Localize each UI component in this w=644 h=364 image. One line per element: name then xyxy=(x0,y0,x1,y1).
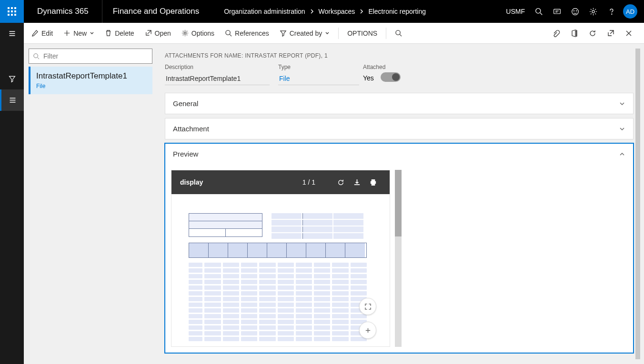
settings-button[interactable] xyxy=(584,0,602,23)
createdby-label: Created by xyxy=(290,30,322,37)
chevron-down-icon xyxy=(619,100,625,107)
office-button[interactable] xyxy=(566,26,583,41)
preview-section: Preview display 1 / 1 xyxy=(165,143,634,353)
divider xyxy=(338,28,339,39)
new-label: New xyxy=(73,30,87,37)
description-value[interactable]: IntrastatReportTemplate1 xyxy=(165,72,270,85)
list-item[interactable]: IntrastatReportTemplate1 File xyxy=(29,67,152,94)
print-button[interactable] xyxy=(365,178,381,187)
filter-rail-button[interactable] xyxy=(0,68,24,89)
attached-value: Yes xyxy=(363,74,374,82)
breadcrumb: Organization administration Workspaces E… xyxy=(210,8,426,15)
general-section-header[interactable]: General xyxy=(165,93,633,114)
breadcrumb-item[interactable]: Electronic reporting xyxy=(368,8,426,15)
options2-label: OPTIONS xyxy=(347,30,377,37)
general-section: General xyxy=(165,93,634,114)
pdf-viewer: display 1 / 1 xyxy=(171,170,390,347)
pdf-page-content xyxy=(171,194,390,346)
legal-entity-label[interactable]: USMF xyxy=(501,8,530,15)
svg-point-13 xyxy=(576,10,577,11)
delete-button[interactable]: Delete xyxy=(100,26,139,41)
messages-button[interactable] xyxy=(548,0,566,23)
attach-button[interactable] xyxy=(548,26,565,41)
attached-label: Attached xyxy=(363,64,401,70)
svg-rect-7 xyxy=(11,14,13,16)
breadcrumb-item[interactable]: Organization administration xyxy=(224,8,305,15)
chevron-right-icon xyxy=(359,9,364,14)
left-navigation-rail xyxy=(0,23,24,364)
general-title: General xyxy=(173,99,198,108)
brand-label: Dynamics 365 xyxy=(24,0,102,23)
createdby-button[interactable]: Created by xyxy=(275,26,334,41)
action-pane: Edit New Delete Open Options References … xyxy=(24,23,644,44)
attachment-title: Attachment xyxy=(173,125,209,133)
svg-rect-10 xyxy=(553,9,560,13)
close-button[interactable] xyxy=(620,26,637,41)
options-label: Options xyxy=(191,30,214,37)
open-label: Open xyxy=(155,30,171,37)
svg-point-11 xyxy=(572,8,578,15)
app-launcher-button[interactable] xyxy=(0,0,24,23)
svg-point-15 xyxy=(611,13,612,14)
filter-box[interactable] xyxy=(29,49,152,64)
attachment-section: Attachment xyxy=(165,118,634,139)
delete-label: Delete xyxy=(115,30,134,37)
chevron-up-icon xyxy=(619,151,625,157)
edit-button[interactable]: Edit xyxy=(27,26,58,41)
svg-point-9 xyxy=(535,8,540,13)
open-button[interactable]: Open xyxy=(140,26,176,41)
svg-rect-1 xyxy=(11,7,13,9)
list-item-name: IntrastatReportTemplate1 xyxy=(36,71,147,81)
find-button[interactable] xyxy=(390,26,407,41)
chevron-down-icon xyxy=(325,31,330,36)
detail-header: ATTACHMENTS FOR NAME: INTRASTAT REPORT (… xyxy=(165,52,634,59)
svg-point-19 xyxy=(34,54,38,58)
svg-point-17 xyxy=(226,30,230,35)
attachment-section-header[interactable]: Attachment xyxy=(165,118,633,139)
filter-input[interactable] xyxy=(43,52,148,60)
preview-title: Preview xyxy=(173,150,198,158)
feedback-button[interactable] xyxy=(566,0,584,23)
menu-toggle-button[interactable] xyxy=(0,23,24,44)
references-button[interactable]: References xyxy=(220,26,274,41)
type-value[interactable]: File xyxy=(278,72,359,85)
chevron-right-icon xyxy=(309,9,315,14)
scrollbar[interactable] xyxy=(635,49,640,359)
pdf-name: display xyxy=(180,178,203,186)
help-button[interactable] xyxy=(602,0,620,23)
svg-rect-6 xyxy=(8,14,10,16)
svg-rect-0 xyxy=(8,7,10,9)
rotate-button[interactable] xyxy=(332,178,349,187)
options-tab-button[interactable]: OPTIONS xyxy=(342,26,382,41)
svg-rect-2 xyxy=(14,7,16,9)
user-avatar[interactable]: AD xyxy=(623,4,637,19)
zoom-in-button[interactable] xyxy=(359,322,376,339)
search-button[interactable] xyxy=(530,0,548,23)
refresh-button[interactable] xyxy=(584,26,601,41)
options-button[interactable]: Options xyxy=(177,26,219,41)
module-label: Finance and Operations xyxy=(102,0,210,23)
description-label: Description xyxy=(165,64,270,70)
svg-point-16 xyxy=(184,32,186,34)
list-rail-button[interactable] xyxy=(0,89,24,111)
avatar-initials: AD xyxy=(626,8,634,15)
svg-rect-5 xyxy=(14,10,16,12)
popout-button[interactable] xyxy=(602,26,619,41)
svg-point-18 xyxy=(396,30,400,35)
breadcrumb-item[interactable]: Workspaces xyxy=(319,8,355,15)
svg-rect-4 xyxy=(11,10,13,12)
list-item-type: File xyxy=(36,83,147,89)
pdf-scrollbar[interactable] xyxy=(395,170,402,347)
fit-button[interactable] xyxy=(359,298,376,315)
new-button[interactable]: New xyxy=(59,26,99,41)
divider xyxy=(386,28,386,39)
chevron-down-icon xyxy=(90,31,94,36)
attached-toggle[interactable] xyxy=(381,72,401,82)
edit-label: Edit xyxy=(41,30,53,37)
svg-point-12 xyxy=(574,10,574,11)
svg-rect-8 xyxy=(14,14,16,16)
detail-pane: ATTACHMENTS FOR NAME: INTRASTAT REPORT (… xyxy=(157,44,644,364)
download-button[interactable] xyxy=(349,178,365,187)
preview-section-header[interactable]: Preview xyxy=(165,144,633,164)
pdf-page-indicator: 1 / 1 xyxy=(302,178,315,186)
